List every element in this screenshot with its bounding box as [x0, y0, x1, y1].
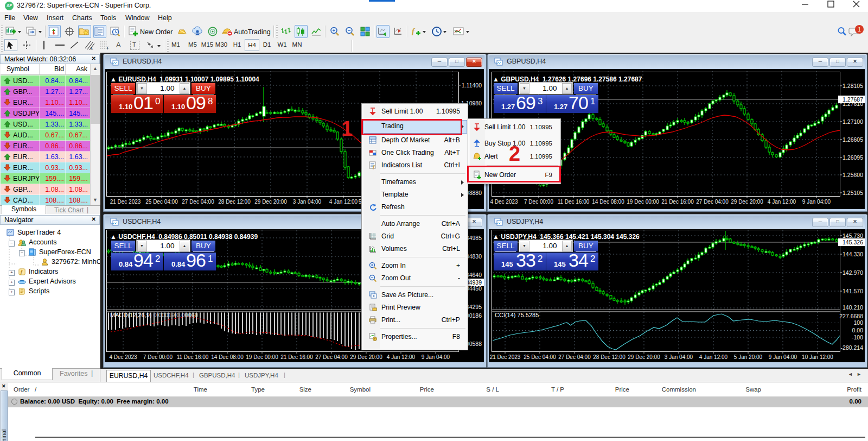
- svg-text:27 Dec 04:00: 27 Dec 04:00: [315, 354, 348, 360]
- svg-text:9 Jan 04:00: 9 Jan 04:00: [422, 354, 450, 360]
- svg-text:28 Dec 12:00: 28 Dec 12:00: [593, 354, 626, 360]
- svg-text:14 Dec 08:00: 14 Dec 08:00: [211, 354, 244, 360]
- svg-text:27 Dec 04:00: 27 Dec 04:00: [558, 354, 591, 360]
- svg-text:-100: -100: [852, 334, 863, 341]
- svg-text:4 Dec 2023: 4 Dec 2023: [109, 354, 137, 360]
- svg-text:21 Dec 16:00: 21 Dec 16:00: [280, 354, 313, 360]
- svg-text:29 Dec 20:00: 29 Dec 20:00: [254, 199, 287, 205]
- svg-text:27 Dec 04:00: 27 Dec 04:00: [696, 199, 729, 205]
- svg-text:19 Dec 00:00: 19 Dec 00:00: [627, 199, 659, 205]
- svg-text:5 Jan 20:00: 5 Jan 20:00: [734, 354, 763, 360]
- svg-text:145.326: 145.326: [843, 239, 863, 245]
- svg-text:1.27100: 1.27100: [843, 118, 863, 125]
- svg-text:MACD(12,26,9) 0.00019 0.00060: MACD(12,26,9) 0.00019 0.00060: [110, 312, 198, 318]
- svg-text:21 Dec 2023: 21 Dec 2023: [490, 354, 521, 360]
- svg-text:140.210: 140.210: [843, 304, 863, 311]
- svg-text:4 Jan 12:00: 4 Jan 12:00: [768, 199, 796, 205]
- svg-text:29 Dec 20:00: 29 Dec 20:00: [731, 199, 763, 205]
- svg-text:0.00: 0.00: [852, 327, 864, 333]
- svg-text:21 Dec 16:00: 21 Dec 16:00: [661, 199, 694, 205]
- svg-text:9 Jan 04:00: 9 Jan 04:00: [802, 199, 831, 205]
- svg-text:25 Dec 04:00: 25 Dec 04:00: [145, 199, 178, 205]
- svg-text:11 Dec 16:00: 11 Dec 16:00: [558, 199, 590, 205]
- svg-text:25 Dec 04:00: 25 Dec 04:00: [524, 354, 556, 360]
- svg-text:227.6688: 227.6688: [839, 313, 863, 319]
- svg-text:21 Dec 2023: 21 Dec 2023: [110, 199, 141, 205]
- svg-text:142.970: 142.970: [843, 269, 863, 276]
- svg-text:9 Jan 04:00: 9 Jan 04:00: [769, 354, 797, 360]
- svg-text:4 Dec 2023: 4 Dec 2023: [490, 199, 518, 205]
- svg-text:7 Dec 00:00: 7 Dec 00:00: [524, 199, 553, 205]
- svg-text:1.28105: 1.28105: [843, 83, 863, 89]
- svg-text:141.570: 141.570: [843, 288, 863, 294]
- svg-text:145.730: 145.730: [843, 232, 863, 239]
- svg-text:29 Dec 20:00: 29 Dec 20:00: [350, 354, 382, 360]
- svg-text:27 Dec 04:00: 27 Dec 04:00: [182, 199, 214, 205]
- svg-text:4 Jan 12:00: 4 Jan 12:00: [387, 354, 416, 360]
- svg-text:14 Dec 08:00: 14 Dec 08:00: [592, 199, 624, 205]
- svg-text:3 Jan 04:00: 3 Jan 04:00: [293, 199, 322, 205]
- svg-text:F: F: [107, 46, 110, 50]
- svg-text:7 Dec 00:00: 7 Dec 00:00: [143, 354, 173, 360]
- svg-text:3 Jan 04:00: 3 Jan 04:00: [665, 354, 693, 360]
- svg-text:11 Dec 16:00: 11 Dec 16:00: [177, 354, 209, 360]
- svg-text:10 Jan 12:00: 10 Jan 12:00: [802, 354, 833, 360]
- svg-text:19 Dec 00:00: 19 Dec 00:00: [246, 354, 278, 360]
- svg-text:28 Dec 12:00: 28 Dec 12:00: [218, 199, 251, 205]
- svg-text:4 Jan 12:00: 4 Jan 12:00: [329, 199, 358, 205]
- svg-text:CCI(14) 75.5285: CCI(14) 75.5285: [495, 312, 539, 318]
- svg-text:E: E: [91, 46, 93, 50]
- svg-text:1.26605: 1.26605: [843, 136, 863, 143]
- svg-text:4 Jan 12:00: 4 Jan 12:00: [699, 354, 728, 360]
- svg-text:100: 100: [853, 319, 863, 326]
- svg-text:1.25600: 1.25600: [843, 172, 863, 178]
- svg-text:-280.214: -280.214: [841, 344, 864, 351]
- svg-text:1.27687: 1.27687: [843, 96, 863, 103]
- svg-text:29 Dec 20:00: 29 Dec 20:00: [628, 354, 660, 360]
- svg-text:1.26095: 1.26095: [843, 154, 863, 161]
- svg-text:f: f: [412, 27, 416, 35]
- svg-text:144.330: 144.330: [843, 251, 863, 257]
- svg-text:1.25105: 1.25105: [843, 190, 863, 196]
- svg-text:1.11400: 1.11400: [462, 82, 482, 89]
